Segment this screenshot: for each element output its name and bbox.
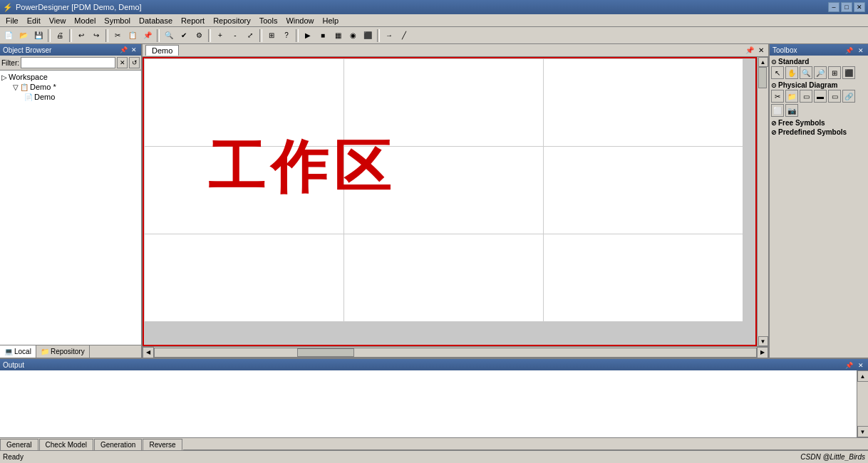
scroll-thumb[interactable] bbox=[758, 67, 767, 88]
tb-fit[interactable]: ⤢ bbox=[243, 28, 257, 43]
repo-label: Repository bbox=[51, 348, 85, 355]
menu-tools[interactable]: Tools bbox=[255, 16, 282, 26]
scroll-right-arrow[interactable]: ▶ bbox=[757, 347, 768, 358]
tb-save[interactable]: 💾 bbox=[31, 28, 46, 43]
tb-find[interactable]: 🔍 bbox=[162, 28, 176, 43]
tb-zoom-in[interactable]: + bbox=[213, 28, 227, 43]
tree-workspace[interactable]: ▷ Workspace bbox=[1, 72, 140, 82]
menu-help[interactable]: Help bbox=[319, 16, 343, 26]
tool-square[interactable]: ⬜ bbox=[771, 104, 784, 117]
toolbox-close[interactable]: ✕ bbox=[857, 47, 865, 54]
tb-extra2[interactable]: ■ bbox=[316, 28, 330, 43]
canvas-vscrollbar[interactable]: ▲ ▼ bbox=[757, 57, 768, 346]
menu-edit[interactable]: Edit bbox=[23, 16, 45, 26]
canvas-close[interactable]: ✕ bbox=[757, 46, 765, 54]
tool-pointer[interactable]: ↖ bbox=[771, 66, 784, 79]
menu-database[interactable]: Database bbox=[135, 16, 177, 26]
panel-close[interactable]: ✕ bbox=[130, 46, 138, 53]
canvas-hscrollbar[interactable]: ◀ ▶ bbox=[143, 346, 768, 358]
output-scroll-down[interactable]: ▼ bbox=[857, 426, 869, 437]
menu-file[interactable]: File bbox=[1, 16, 23, 26]
output-text bbox=[0, 370, 857, 437]
minimize-button[interactable]: – bbox=[828, 2, 839, 12]
tool-zoom-out[interactable]: 🔎 bbox=[814, 66, 827, 79]
hscroll-track[interactable] bbox=[154, 348, 757, 358]
tool-rect2[interactable]: ▬ bbox=[814, 90, 827, 103]
scroll-down-arrow[interactable]: ▼ bbox=[758, 336, 768, 346]
tb-arrow[interactable]: → bbox=[382, 28, 396, 43]
canvas-tab[interactable]: Demo bbox=[145, 45, 179, 56]
hscroll-thumb[interactable] bbox=[297, 348, 354, 357]
toolbox-section-free[interactable]: ⊘ Free Symbols bbox=[771, 118, 867, 128]
tb-grid[interactable]: ⊞ bbox=[264, 28, 279, 43]
tool-hand[interactable]: ✋ bbox=[785, 66, 798, 79]
output-pin[interactable]: 📌 bbox=[844, 362, 854, 369]
scroll-left-arrow[interactable]: ◀ bbox=[143, 347, 154, 358]
scroll-track[interactable] bbox=[758, 67, 768, 336]
tool-scissors[interactable]: ✂ bbox=[771, 90, 784, 103]
output-tab-reverse[interactable]: Reverse bbox=[143, 439, 182, 450]
filter-clear[interactable]: ✕ bbox=[117, 57, 128, 68]
toolbox-pin[interactable]: 📌 bbox=[844, 47, 854, 54]
scroll-up-arrow[interactable]: ▲ bbox=[758, 57, 768, 67]
close-button[interactable]: ✕ bbox=[854, 2, 865, 12]
tool-rect1[interactable]: ▭ bbox=[800, 90, 812, 103]
filter-apply[interactable]: ↺ bbox=[129, 57, 140, 68]
tool-folder[interactable]: 📁 bbox=[785, 90, 798, 103]
panel-pin[interactable]: 📌 bbox=[118, 46, 129, 53]
tb-undo[interactable]: ↩ bbox=[74, 28, 88, 43]
toolbox-section-predefined[interactable]: ⊘ Predefined Symbols bbox=[771, 128, 867, 137]
output-scrollbar[interactable]: ▲ ▼ bbox=[857, 370, 868, 437]
menu-symbol[interactable]: Symbol bbox=[100, 16, 135, 26]
filter-input[interactable] bbox=[21, 57, 115, 68]
tool-zoom-fit[interactable]: ⊞ bbox=[828, 66, 841, 79]
app-icon: ⚡ bbox=[3, 3, 13, 12]
menu-model[interactable]: Model bbox=[70, 16, 100, 26]
tool-camera[interactable]: 📷 bbox=[785, 104, 798, 117]
demo-icon: 📄 bbox=[24, 93, 33, 101]
tb-print[interactable]: 🖨 bbox=[53, 28, 67, 43]
canvas-titlebar: Demo 📌 ✕ bbox=[143, 44, 768, 57]
maximize-button[interactable]: □ bbox=[841, 2, 852, 12]
output-tab-general[interactable]: General bbox=[0, 439, 38, 450]
tb-cut[interactable]: ✂ bbox=[110, 28, 125, 43]
menu-view[interactable]: View bbox=[45, 16, 71, 26]
local-icon: 💻 bbox=[4, 348, 13, 355]
tb-paste[interactable]: 📌 bbox=[140, 28, 155, 43]
tool-rect3[interactable]: ▭ bbox=[828, 90, 841, 103]
tb-new[interactable]: 📄 bbox=[1, 28, 16, 43]
menu-report[interactable]: Report bbox=[177, 16, 209, 26]
canvas-pin[interactable]: 📌 bbox=[744, 46, 755, 54]
tb-copy[interactable]: 📋 bbox=[125, 28, 140, 43]
canvas-wrapper[interactable]: 工作区 bbox=[143, 57, 757, 346]
tab-repository[interactable]: 📁 Repository bbox=[36, 345, 90, 358]
tb-extra5[interactable]: ⬛ bbox=[361, 28, 375, 43]
tree-demo-root[interactable]: ▽ 📋 Demo * bbox=[1, 82, 140, 92]
tb-gen[interactable]: ⚙ bbox=[192, 28, 206, 43]
tb-extra3[interactable]: ▦ bbox=[331, 28, 345, 43]
tb-open[interactable]: 📂 bbox=[16, 28, 31, 43]
tb-zoom-out[interactable]: - bbox=[228, 28, 242, 43]
tab-local[interactable]: 💻 Local bbox=[0, 345, 36, 358]
toolbox-section-physical[interactable]: ⊙ Physical Diagram bbox=[771, 80, 867, 90]
output-buttons: 📌 ✕ bbox=[844, 361, 865, 369]
status-text: Ready bbox=[3, 453, 24, 461]
tool-link[interactable]: 🔗 bbox=[842, 90, 855, 103]
menu-window[interactable]: Window bbox=[281, 16, 318, 26]
tb-line[interactable]: ╱ bbox=[397, 28, 411, 43]
output-scroll-up[interactable]: ▲ bbox=[857, 370, 869, 382]
output-tab-check[interactable]: Check Model bbox=[39, 439, 93, 450]
toolbox-section-standard[interactable]: ⊙ Standard bbox=[771, 57, 867, 66]
tool-zoom-in[interactable]: 🔍 bbox=[800, 66, 812, 79]
tb-redo[interactable]: ↪ bbox=[89, 28, 103, 43]
menu-repository[interactable]: Repository bbox=[209, 16, 255, 26]
output-tab-generation[interactable]: Generation bbox=[94, 439, 142, 450]
tb-extra1[interactable]: ▶ bbox=[301, 28, 315, 43]
tool-extra[interactable]: ⬛ bbox=[842, 66, 855, 79]
tb-check[interactable]: ✔ bbox=[177, 28, 191, 43]
tb-sep-5 bbox=[208, 29, 211, 42]
tb-help[interactable]: ? bbox=[279, 28, 294, 43]
tb-extra4[interactable]: ◉ bbox=[346, 28, 360, 43]
tree-demo[interactable]: 📄 Demo bbox=[1, 92, 140, 102]
output-close[interactable]: ✕ bbox=[857, 362, 865, 369]
